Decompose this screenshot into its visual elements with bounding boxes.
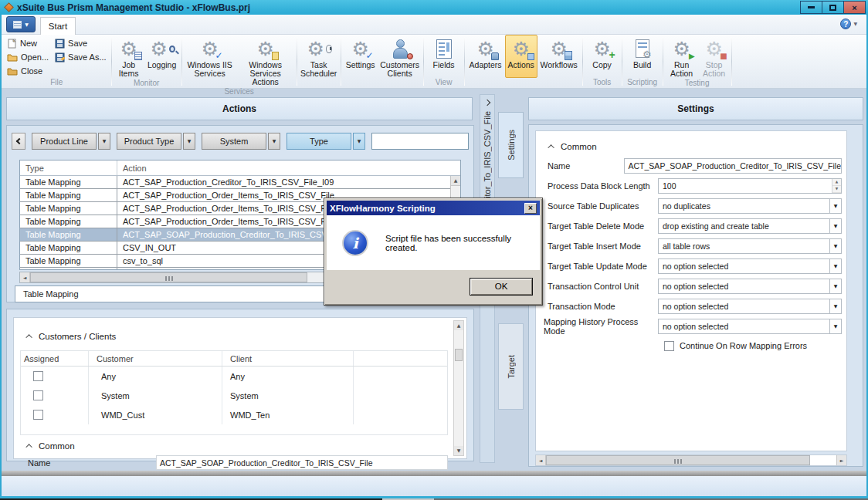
name-input[interactable]: ACT_SAP_SOAP_Production_Creditor_To_IRIS… <box>624 158 842 174</box>
chevron-down-icon[interactable]: ▼ <box>829 259 841 273</box>
chevron-down-icon[interactable]: ▼ <box>829 279 841 293</box>
history-mode-select[interactable]: no option selected ▼ <box>658 319 842 334</box>
column-header-type[interactable]: Type <box>20 160 117 175</box>
close-button[interactable]: × <box>843 1 866 14</box>
scrollbar-thumb[interactable] <box>30 272 307 282</box>
workflows-button[interactable]: ⚙ Workflows <box>537 35 581 78</box>
chevron-down-icon[interactable]: ▼ <box>829 199 841 213</box>
vertical-scrollbar[interactable]: ▲ ▼ <box>453 320 464 456</box>
column-header-action[interactable]: Action <box>117 160 460 175</box>
delete-mode-select[interactable]: drop existing and create table ▼ <box>658 218 842 234</box>
group-label-testing: Testing <box>665 79 730 88</box>
customer-row[interactable]: Any Any <box>21 367 447 386</box>
collapse-icon <box>25 334 32 340</box>
search-input[interactable] <box>371 133 469 150</box>
actions-button[interactable]: ⚙ Actions <box>505 35 537 78</box>
new-button[interactable]: New <box>4 36 52 50</box>
scroll-left-icon[interactable]: ◄ <box>20 272 30 282</box>
save-as-button[interactable]: Save As... <box>52 50 110 64</box>
scroll-down-icon[interactable]: ▼ <box>454 446 463 455</box>
spinner-down-icon[interactable]: ▼ <box>832 186 841 193</box>
scroll-left-icon[interactable]: ◄ <box>536 455 546 465</box>
chevron-down-icon[interactable]: ▼ <box>829 239 841 253</box>
filter-type[interactable]: Type ▼ <box>287 133 365 150</box>
client-cell: WMD_Ten <box>222 405 354 424</box>
customer-row[interactable]: WMD_Cust WMD_Ten <box>21 405 447 424</box>
scroll-up-icon[interactable]: ▲ <box>454 321 463 330</box>
logging-button[interactable]: ⚙ Logging <box>144 35 180 79</box>
windows-iis-services-icon: ⚙✓ <box>198 37 222 60</box>
scroll-up-icon[interactable]: ▲ <box>451 176 460 186</box>
copy-button[interactable]: ⚙+ Copy <box>585 35 620 78</box>
chevron-down-icon[interactable]: ▼ <box>829 299 841 313</box>
run-action-button[interactable]: ⚙▶ Run Action <box>665 35 699 79</box>
customer-row[interactable]: System System <box>21 386 447 405</box>
windows-iis-services-button[interactable]: ⚙✓ Windows IIS Services <box>184 35 236 87</box>
common-section-header[interactable]: Common <box>28 441 75 451</box>
chevron-down-icon[interactable]: ▼ <box>98 133 110 150</box>
continue-on-errors-checkbox[interactable] <box>664 341 674 351</box>
duplicates-select[interactable]: no duplicates ▼ <box>658 198 842 214</box>
block-length-stepper[interactable]: 100 ▲ ▼ <box>658 178 842 194</box>
ok-button[interactable]: OK <box>470 278 533 296</box>
settings-button[interactable]: ⚙✓ Settings <box>343 35 378 79</box>
filter-product-type[interactable]: Product Type ▼ <box>117 133 195 150</box>
status-bar <box>2 476 866 496</box>
task-scheduler-button[interactable]: ⚙ Task Scheduler <box>299 35 339 79</box>
insert-mode-select[interactable]: all table rows ▼ <box>658 238 842 254</box>
customers-clients-section-header[interactable]: Customers / Clients <box>28 332 116 341</box>
scrollbar-thumb[interactable] <box>455 349 463 361</box>
dialog-titlebar[interactable]: XFlowHarmony Scripting × <box>327 201 540 215</box>
chevron-down-icon[interactable]: ▼ <box>353 133 365 150</box>
back-button[interactable] <box>12 133 25 150</box>
table-row[interactable]: Table Mapping ACT_SAP_Production_Credito… <box>20 176 460 189</box>
chevron-down-icon[interactable]: ▼ <box>183 133 195 150</box>
fields-button[interactable]: Fields <box>426 35 463 78</box>
column-header-client[interactable]: Client <box>222 351 354 366</box>
open-button[interactable]: Open... <box>4 50 52 64</box>
chevron-down-icon[interactable]: ▼ <box>268 133 280 150</box>
build-button[interactable]: ⚙ Build <box>624 35 661 78</box>
filter-system[interactable]: System ▼ <box>202 133 280 150</box>
update-mode-select[interactable]: no option selected ▼ <box>658 258 842 274</box>
workflows-icon: ⚙ <box>548 37 571 60</box>
assigned-checkbox[interactable] <box>33 371 43 381</box>
spinner-buttons[interactable]: ▲ ▼ <box>832 179 841 193</box>
copy-icon: ⚙+ <box>591 37 614 60</box>
row-action: ACT_SAP_Production_Creditor_To_IRIS_CSV_… <box>117 176 460 188</box>
spinner-up-icon[interactable]: ▲ <box>832 179 841 186</box>
close-file-button[interactable]: Close <box>4 64 52 78</box>
task-scheduler-icon: ⚙ <box>307 37 331 60</box>
filter-product-line[interactable]: Product Line ▼ <box>32 133 110 150</box>
check-badge-icon: ✓ <box>215 51 223 60</box>
help-control[interactable]: ? ▼ <box>840 19 857 29</box>
minimize-button[interactable] <box>800 1 822 14</box>
clock-badge-icon <box>326 45 332 53</box>
assigned-checkbox[interactable] <box>33 410 43 420</box>
transaction-mode-select[interactable]: no option selected ▼ <box>658 299 842 314</box>
name-input[interactable]: ACT_SAP_SOAP_Production_Creditor_To_IRIS… <box>156 455 448 470</box>
job-items-button[interactable]: ⚙ Job Items <box>114 35 144 79</box>
dialog-close-button[interactable]: × <box>524 203 537 214</box>
horizontal-scrollbar[interactable]: ◄ ► <box>535 454 847 466</box>
maximize-button[interactable] <box>822 1 844 14</box>
save-button[interactable]: Save <box>52 36 110 50</box>
scrollbar-thumb[interactable] <box>546 455 810 465</box>
chevron-down-icon[interactable]: ▼ <box>829 319 841 333</box>
tab-start[interactable]: Start <box>40 17 76 35</box>
settings-field-delete-mode: Target Table Delete Mode drop existing a… <box>536 218 846 235</box>
column-header-assigned[interactable]: Assigned <box>21 351 89 366</box>
assigned-checkbox[interactable] <box>33 390 43 400</box>
control-unit-select[interactable]: no option selected ▼ <box>658 279 842 294</box>
scroll-right-icon[interactable]: ► <box>836 455 846 465</box>
settings-common-header[interactable]: Common <box>550 142 597 151</box>
app-menu-button[interactable]: ▼ <box>6 16 36 32</box>
tab-settings-vertical[interactable]: Settings <box>498 112 524 178</box>
tab-target-vertical[interactable]: Target <box>498 323 524 410</box>
script-page-icon: ⚙ <box>636 39 649 58</box>
windows-services-actions-button[interactable]: ⚙ Windows Services Actions <box>236 35 295 87</box>
adapters-button[interactable]: ⚙ Adapters <box>466 35 505 78</box>
chevron-down-icon[interactable]: ▼ <box>829 219 841 233</box>
column-header-customer[interactable]: Customer <box>89 351 222 366</box>
customers-clients-button[interactable]: Customers Clients <box>378 35 422 79</box>
